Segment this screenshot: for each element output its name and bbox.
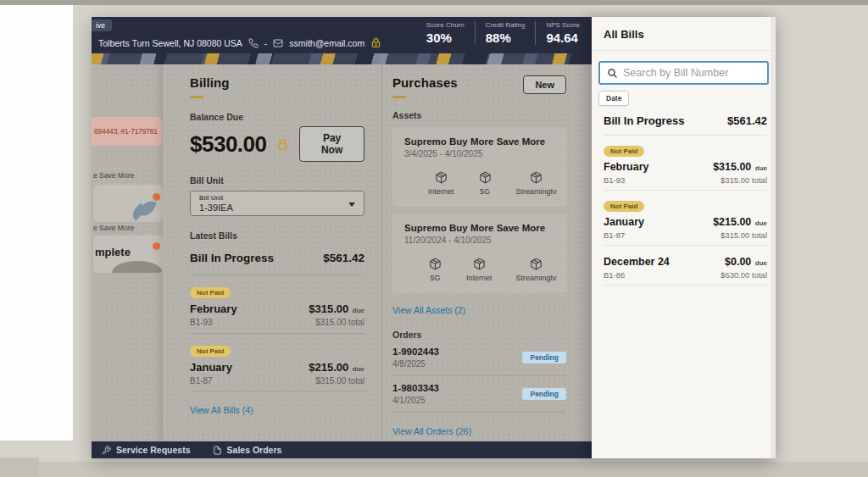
left-white-panel — [0, 5, 73, 441]
order-row[interactable]: 1-9902443 4/8/2025 Pending — [392, 340, 566, 376]
package-icon — [428, 257, 442, 271]
all-bills-panel: All Bills Date Bill In Progress $561.42 … — [592, 17, 776, 458]
status-badge: Pending — [522, 388, 566, 400]
main-region: ive Tolberts Turn Sewell, NJ 08080 USA -… — [92, 17, 592, 458]
score-nps: NPS Score 94.64 — [535, 21, 590, 45]
bill-row[interactable]: Not Paid February $315.00 due B1-93 $315… — [190, 275, 364, 334]
scrollbar[interactable] — [771, 17, 776, 458]
status-badge: Not Paid — [604, 201, 644, 212]
service-item: 5G — [428, 257, 442, 282]
customer-header: ive Tolberts Turn Sewell, NJ 08080 USA -… — [92, 17, 592, 53]
bill-row[interactable]: December 24 $0.00 due B1-86 $630.00 tota… — [604, 246, 767, 286]
score-credit-rating: Credit Rating 88% — [475, 21, 536, 45]
chevron-down-icon — [348, 202, 355, 207]
bottom-left-artifact — [0, 458, 39, 477]
package-icon — [434, 170, 448, 185]
service-item: Internet — [466, 257, 492, 282]
status-badge: Pending — [522, 352, 566, 363]
asset-card[interactable]: Supremo Buy More Save More 3/4/2025 - 4/… — [392, 127, 566, 207]
assets-label: Assets — [392, 110, 566, 120]
wrench-icon — [102, 446, 111, 455]
background-page-fragment: 694443, #1-7179781 e Save More e Save Mo… — [92, 64, 163, 441]
email-icon — [273, 38, 283, 48]
asset-card[interactable]: Supremo Buy More Save More 11/20/2024 - … — [392, 214, 566, 293]
bill-search-input[interactable] — [623, 67, 760, 79]
billing-title: Billing — [190, 75, 364, 90]
service-item: 5G — [478, 170, 492, 196]
app-window: ive Tolberts Turn Sewell, NJ 08080 USA -… — [92, 17, 776, 458]
bottom-edge-strip — [0, 462, 868, 477]
phone-icon — [248, 38, 259, 48]
sales-orders-button[interactable]: Sales Orders — [213, 445, 282, 455]
gold-underline — [190, 96, 203, 98]
score-churn: Score Churn 30% — [416, 21, 475, 45]
bill-row[interactable]: Not Paid February $315.00 due B1-93 $315… — [604, 136, 767, 191]
package-icon — [478, 170, 492, 185]
bill-search-box — [598, 61, 769, 85]
view-all-assets-link[interactable]: View All Assets (2) — [392, 305, 465, 315]
decorative-banner-art — [92, 53, 592, 64]
customer-address: Tolberts Turn Sewell, NJ 08080 USA — [98, 38, 242, 48]
purchases-section: Purchases New Assets Supremo Buy More Sa… — [381, 64, 592, 441]
bill-row[interactable]: Not Paid January $215.00 due B1-87 $315.… — [604, 191, 767, 246]
package-icon — [472, 257, 487, 271]
balance-due-label: Balance Due — [190, 112, 364, 122]
new-purchase-button[interactable]: New — [523, 75, 566, 94]
pay-now-button[interactable]: Pay Now — [299, 126, 364, 162]
order-row[interactable]: 1-9803343 4/1/2025 Pending — [392, 376, 566, 413]
bill-in-progress-row: Bill In Progress $561.42 — [190, 252, 364, 275]
footer-bar: Service Requests Sales Orders — [92, 441, 592, 458]
all-bills-title: All Bills — [592, 17, 776, 50]
active-status-chip: ive — [92, 19, 112, 31]
bill-unit-label: Bill Unit — [190, 175, 364, 186]
bill-unit-select[interactable]: Bill Unit 1-39IEA — [190, 191, 364, 216]
lock-icon — [276, 138, 289, 151]
package-icon — [529, 170, 543, 185]
customer-email: ssmith@email.com — [289, 38, 364, 48]
leaf-illustration — [129, 198, 158, 220]
billing-section: Billing Balance Due $530.00 Pay Now Bill… — [163, 64, 381, 441]
content-area: 694443, #1-7179781 e Save More e Save Mo… — [92, 64, 592, 441]
view-all-orders-link[interactable]: View All Orders (26) — [392, 426, 471, 436]
bill-in-progress-row: Bill In Progress $561.42 — [604, 114, 767, 136]
latest-bills-label: Latest Bills — [190, 230, 364, 241]
background-card: mplete — [93, 236, 163, 273]
phone-value: - — [264, 38, 268, 48]
balance-due-amount: $530.00 — [190, 131, 266, 158]
background-card-label: e Save More — [93, 171, 134, 180]
search-icon — [607, 68, 618, 79]
lock-icon — [370, 37, 381, 48]
orders-label: Orders — [392, 330, 566, 340]
service-item: Internet — [428, 170, 454, 196]
background-notification-banner: 694443, #1-7179781 — [92, 117, 162, 146]
status-badge: Not Paid — [190, 287, 231, 298]
background-card — [93, 185, 163, 222]
hill-illustration — [112, 261, 163, 273]
view-all-bills-link[interactable]: View All Bills (4) — [190, 405, 253, 415]
status-badge: Not Paid — [190, 346, 231, 357]
orange-dot-decoration — [153, 242, 160, 250]
service-item: Streamingtv — [516, 170, 557, 196]
date-filter-chip[interactable]: Date — [598, 91, 629, 106]
score-strip: Score Churn 30% Credit Rating 88% NPS Sc… — [416, 21, 590, 45]
background-card-label: e Save More — [93, 224, 134, 232]
screen: ive Tolberts Turn Sewell, NJ 08080 USA -… — [0, 0, 868, 477]
bill-row[interactable]: Not Paid January $215.00 due B1-87 $315.… — [190, 334, 364, 392]
document-icon — [213, 446, 222, 455]
status-badge: Not Paid — [604, 146, 644, 157]
service-item: Streamingtv — [516, 257, 557, 282]
package-icon — [529, 257, 543, 271]
top-edge-strip — [0, 0, 868, 5]
gold-underline — [392, 96, 406, 98]
service-requests-button[interactable]: Service Requests — [102, 445, 191, 455]
